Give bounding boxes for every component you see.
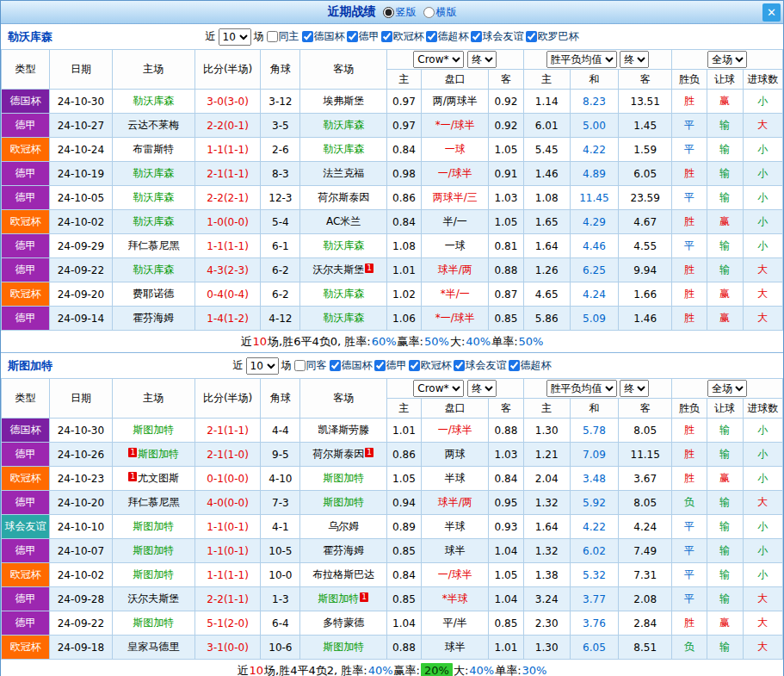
close-button[interactable]: ✕ <box>762 3 781 22</box>
subheader-avg-draw: 和 <box>570 70 618 90</box>
handicap-cell: 两球半/三 <box>422 186 489 210</box>
odds-company-select[interactable]: Crow* <box>413 51 464 68</box>
league-filter-checkbox-input[interactable] <box>330 360 341 371</box>
team-name[interactable]: 勒沃库森 <box>323 119 364 131</box>
team-name[interactable]: 斯图加特 <box>323 641 364 653</box>
team-name[interactable]: 荷尔斯泰因 <box>312 448 364 460</box>
team-name[interactable]: 沃尔夫斯堡 <box>127 592 179 605</box>
league-filter-checkbox[interactable]: 德甲 <box>347 29 380 44</box>
team-name[interactable]: 斯图加特 <box>138 448 179 460</box>
league-filter-checkbox-input[interactable] <box>347 31 358 42</box>
league-filter-checkbox[interactable]: 欧冠杯 <box>381 29 424 44</box>
col-header-date: 日期 <box>50 379 112 419</box>
team-name[interactable]: 斯图加特 <box>323 472 364 484</box>
team-link[interactable]: 勒沃库森 <box>8 29 52 45</box>
league-filter-checkbox-input[interactable] <box>526 31 537 42</box>
league-filter-checkbox[interactable]: 德超杯 <box>426 29 469 44</box>
team-name[interactable]: 多特蒙德 <box>323 617 364 629</box>
team-name[interactable]: 法兰克福 <box>323 167 364 179</box>
team-name[interactable]: 皇家马德里 <box>127 641 179 653</box>
league-filter-checkbox-input[interactable] <box>381 31 392 42</box>
date-cell: 24-10-07 <box>50 539 112 563</box>
league-filter-checkbox-input[interactable] <box>302 31 313 42</box>
team-name[interactable]: 勒沃库森 <box>133 167 174 179</box>
team-name[interactable]: 霍芬海姆 <box>323 544 364 556</box>
team-name[interactable]: 霍芬海姆 <box>133 312 174 324</box>
league-filter-checkbox-input[interactable] <box>454 360 465 371</box>
table-header-row: 类型 日期 主场 比分(半场) 角球 客场 Crow* 终 胜平负均值 终 全场 <box>2 379 783 399</box>
vertical-radio-input[interactable] <box>383 7 394 18</box>
team-name[interactable]: 勒沃库森 <box>323 312 364 324</box>
league-filter-checkbox-input[interactable] <box>509 360 520 371</box>
team-name[interactable]: 埃弗斯堡 <box>323 95 364 107</box>
score-cell: 2-2(0-1) <box>194 114 260 138</box>
team-name[interactable]: 斯图加特 <box>133 617 174 629</box>
team-name[interactable]: 拜仁慕尼黑 <box>127 239 179 251</box>
team-name[interactable]: 荷尔斯泰因 <box>318 191 369 203</box>
games-count-select[interactable]: 10 <box>246 357 279 375</box>
league-filter-checkbox[interactable]: 德国杯 <box>330 358 373 373</box>
league-filter-checkbox[interactable]: 欧罗巴杯 <box>526 29 579 44</box>
goals-cell: 大 <box>743 491 782 515</box>
team-name[interactable]: 布拉格斯巴达 <box>312 568 374 580</box>
team-name[interactable]: 勒沃库森 <box>323 288 364 300</box>
team-name[interactable]: 斯图加特 <box>133 520 174 532</box>
league-filter-checkbox-input[interactable] <box>374 360 386 371</box>
avg-time-select[interactable]: 终 <box>620 380 649 397</box>
avg-time-select[interactable]: 终 <box>620 51 649 68</box>
scope-select[interactable]: 全场 <box>707 380 747 397</box>
games-count-select[interactable]: 10 <box>219 28 251 46</box>
team-name[interactable]: 斯图加特 <box>318 592 359 605</box>
league-cell: 德甲 <box>2 539 50 563</box>
league-filter-checkbox[interactable]: 球会友谊 <box>454 358 507 373</box>
same-venue-checkbox[interactable]: 同主 <box>267 29 299 44</box>
team-name[interactable]: 勒沃库森 <box>133 95 174 107</box>
team-name[interactable]: 勒沃库森 <box>133 215 174 227</box>
team-name[interactable]: 布雷斯特 <box>133 143 174 155</box>
league-filter-checkbox[interactable]: 球会友谊 <box>471 29 524 44</box>
team-link[interactable]: 斯图加特 <box>8 358 52 374</box>
scope-select[interactable]: 全场 <box>707 51 747 68</box>
horizontal-radio-input[interactable] <box>423 7 435 18</box>
league-filter-checkbox-input[interactable] <box>409 360 420 371</box>
league-filter-checkbox[interactable]: 德甲 <box>374 358 407 373</box>
team-name[interactable]: 拜仁慕尼黑 <box>127 496 179 508</box>
league-cell: 球会友谊 <box>2 515 50 539</box>
team-name[interactable]: 勒沃库森 <box>133 191 174 203</box>
date-cell: 24-09-28 <box>50 587 112 611</box>
avg-draw-cell: 7.09 <box>570 443 618 467</box>
team-name[interactable]: 费耶诺德 <box>133 288 174 300</box>
odds-company-select[interactable]: Crow* <box>413 380 464 397</box>
team-name[interactable]: 斯图加特 <box>323 496 364 508</box>
team-name[interactable]: 凯泽斯劳滕 <box>318 424 369 436</box>
same-venue-checkbox-input[interactable] <box>267 31 278 42</box>
team-name[interactable]: AC米兰 <box>326 215 361 227</box>
team-name[interactable]: 沃尔夫斯堡 <box>312 264 364 276</box>
team-name[interactable]: 勒沃库森 <box>323 143 364 155</box>
same-venue-checkbox-input[interactable] <box>294 360 306 371</box>
league-filter-checkbox[interactable]: 欧冠杯 <box>409 358 452 373</box>
team-name[interactable]: 斯图加特 <box>133 568 174 580</box>
odds-away-cell: 1.04 <box>489 587 523 611</box>
odds-time-select[interactable]: 终 <box>467 380 497 397</box>
horizontal-layout-radio[interactable]: 横版 <box>423 5 457 20</box>
avg-type-select[interactable]: 胜平负均值 <box>546 380 617 397</box>
team-name[interactable]: 斯图加特 <box>133 424 174 436</box>
team-name[interactable]: 斯图加特 <box>133 544 174 556</box>
league-filter-checkbox[interactable]: 德超杯 <box>509 358 552 373</box>
league-filter-checkbox-input[interactable] <box>471 31 482 42</box>
same-venue-checkbox[interactable]: 同客 <box>294 358 327 373</box>
team-name[interactable]: 尤文图斯 <box>138 472 179 484</box>
avg-type-select[interactable]: 胜平负均值 <box>546 51 617 68</box>
goals-cell: 小 <box>743 186 782 210</box>
team-name[interactable]: 勒沃库森 <box>133 264 174 276</box>
team-name[interactable]: 乌尔姆 <box>328 520 359 532</box>
score-cell: 1-1(0-1) <box>194 515 260 539</box>
league-filter-checkbox-input[interactable] <box>426 31 437 42</box>
team-name[interactable]: 勒沃库森 <box>323 239 364 251</box>
league-filter-checkbox[interactable]: 德国杯 <box>302 29 345 44</box>
odds-time-select[interactable]: 终 <box>467 51 497 68</box>
vertical-layout-radio[interactable]: 竖版 <box>383 5 417 20</box>
away-team-cell: 法兰克福 <box>300 162 386 186</box>
team-name[interactable]: 云达不莱梅 <box>127 119 179 131</box>
